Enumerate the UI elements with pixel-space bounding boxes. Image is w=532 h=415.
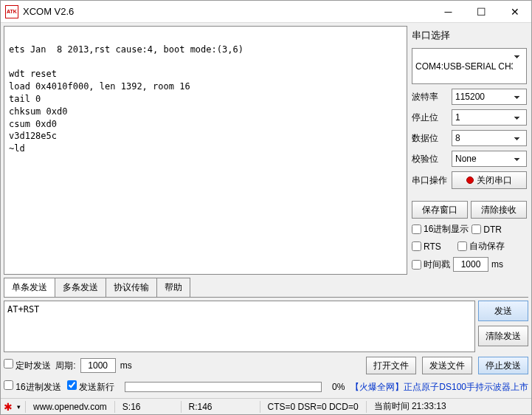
options-row-2: 16进制发送 发送新行 0% 【火爆全网】正点原子DS100手持示波器上市: [4, 379, 528, 395]
data-bits-label: 数据位: [412, 132, 449, 145]
stop-bits-select[interactable]: 1: [452, 109, 527, 126]
tab-protocol[interactable]: 协议传输: [106, 278, 157, 297]
promo-link[interactable]: 【火爆全网】正点原子DS100手持示波器上市: [350, 381, 528, 394]
status-bar: ✱ ▾ www.openedv.com S:16 R:146 CTS=0 DSR…: [1, 398, 531, 414]
hex-display-check[interactable]: 16进制显示: [412, 223, 469, 236]
tab-single-send[interactable]: 单条发送: [4, 278, 55, 297]
console-output[interactable]: ets Jan 8 2013,rst cause:4, boot mode:(3…: [4, 26, 407, 275]
window-title: XCOM V2.6: [23, 6, 432, 17]
parity-label: 校验位: [412, 153, 449, 165]
rts-check[interactable]: RTS: [412, 241, 441, 252]
close-button[interactable]: ✕: [498, 1, 531, 23]
parity-select[interactable]: None: [452, 151, 527, 167]
progress-percent: 0%: [332, 382, 345, 392]
close-port-button[interactable]: 关闭串口: [452, 171, 527, 189]
save-window-button[interactable]: 保存窗口: [412, 201, 468, 219]
gear-icon[interactable]: ✱: [4, 401, 13, 413]
send-area: AT+RST 发送 清除发送: [4, 301, 528, 352]
progress-bar: [125, 382, 322, 392]
period-input[interactable]: [80, 358, 116, 373]
status-sent: S:16: [120, 402, 144, 412]
gear-dropdown-icon[interactable]: ▾: [17, 403, 21, 411]
timestamp-check[interactable]: 时间戳: [412, 258, 450, 271]
period-ms-label: ms: [120, 360, 132, 371]
status-url[interactable]: www.openedv.com: [30, 402, 110, 412]
options-row-1: 定时发送 周期: ms 打开文件 发送文件 停止发送: [4, 355, 528, 376]
stop-bits-label: 停止位: [412, 112, 449, 124]
status-line: CTS=0 DSR=0 DCD=0: [265, 402, 362, 412]
port-select-heading: 串口选择: [412, 29, 527, 42]
ms-label: ms: [491, 259, 503, 270]
autosave-check[interactable]: 自动保存: [457, 240, 505, 253]
open-file-button[interactable]: 打开文件: [366, 357, 416, 374]
timed-send-check[interactable]: 定时发送: [4, 359, 51, 372]
side-panel: 串口选择 COM4:USB-SERIAL CH340 波特率 115200 停止…: [410, 26, 528, 275]
send-tabs: 单条发送 多条发送 协议传输 帮助: [4, 278, 528, 298]
tab-multi-send[interactable]: 多条发送: [55, 278, 106, 297]
app-logo-icon: ATK: [5, 5, 18, 18]
port-op-label: 串口操作: [412, 174, 449, 187]
stop-send-button[interactable]: 停止发送: [478, 357, 528, 374]
data-bits-select[interactable]: 8: [452, 130, 527, 146]
baud-select[interactable]: 115200: [452, 89, 527, 105]
dtr-check[interactable]: DTR: [471, 224, 502, 235]
status-recv: R:146: [186, 402, 215, 412]
minimize-button[interactable]: ─: [432, 1, 465, 23]
titlebar: ATK XCOM V2.6 ─ ☐ ✕: [1, 1, 531, 23]
send-file-button[interactable]: 发送文件: [422, 357, 472, 374]
status-time: 当前时间 21:33:13: [371, 400, 449, 413]
clear-receive-button[interactable]: 清除接收: [471, 201, 527, 219]
send-newline-check[interactable]: 发送新行: [67, 380, 114, 394]
baud-label: 波特率: [412, 91, 449, 103]
port-select[interactable]: COM4:USB-SERIAL CH340: [412, 48, 527, 84]
send-button[interactable]: 发送: [478, 301, 528, 321]
upper-pane: ets Jan 8 2013,rst cause:4, boot mode:(3…: [4, 26, 528, 275]
record-icon: [466, 176, 474, 184]
send-input[interactable]: AT+RST: [4, 301, 475, 352]
maximize-button[interactable]: ☐: [465, 1, 498, 23]
timestamp-interval-input[interactable]: [453, 257, 488, 272]
content-area: ets Jan 8 2013,rst cause:4, boot mode:(3…: [1, 23, 531, 398]
period-label: 周期:: [55, 360, 75, 372]
clear-send-button[interactable]: 清除发送: [478, 326, 528, 346]
hex-send-check[interactable]: 16进制发送: [4, 380, 61, 394]
tab-help[interactable]: 帮助: [156, 278, 190, 297]
